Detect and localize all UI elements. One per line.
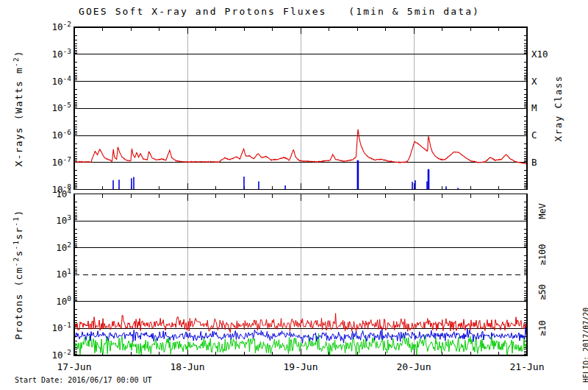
xray-class-labels: X10XMCBXray Class <box>531 49 564 168</box>
x-tick-label: 21-Jun <box>510 361 545 372</box>
proton-energy-label: ≥50 <box>537 284 548 300</box>
x-tick-label: 17-Jun <box>57 361 92 372</box>
xray-class-label: X10 <box>531 49 548 60</box>
proton-energy-label: ≥100 <box>537 244 548 266</box>
day-gridlines <box>187 27 414 355</box>
helio-watermark: HELIO: 2017/07/20 <box>582 308 588 383</box>
y-tick-label: 103 <box>56 213 71 226</box>
y-tick-label: 10-7 <box>51 155 71 168</box>
start-date-label: Start Date: 2016/06/17 00:00 UT <box>15 376 152 384</box>
x-tick-label: 19-Jun <box>284 361 318 372</box>
y-tick-label: 10-6 <box>51 128 71 141</box>
y-tick-label: 100 <box>56 294 71 307</box>
x-tick-label: 18-Jun <box>171 361 205 372</box>
goes-flux-chart-screen: GOES Soft X-ray and Protons Fluxes (1min… <box>0 0 588 390</box>
x-tick-labels: 17-Jun18-Jun19-Jun20-Jun21-Jun <box>57 361 545 372</box>
y-tick-label: 104 <box>56 187 71 199</box>
xray-short-flux-spikes <box>113 160 458 190</box>
xray-axis-title: X-rays (Watts m-2​) <box>12 50 24 166</box>
xray-class-axis-title: Xray Class <box>553 75 564 141</box>
xray-class-label: X <box>531 76 537 87</box>
xray-y-tick-labels: 10-210-310-410-510-610-710-8 <box>51 20 71 195</box>
proton-y-tick-labels: 10410310210110010-110-2 <box>51 187 71 361</box>
xray-class-label: B <box>531 157 537 168</box>
y-tick-label: 10-2 <box>51 20 71 32</box>
proton-unit-label: MeV <box>537 203 548 219</box>
xray-class-label: C <box>531 130 537 141</box>
y-tick-label: 101 <box>56 267 71 280</box>
proton-axis-title: Protons (cm-2​s-1​sr-1​) <box>12 210 24 340</box>
y-tick-label: 10-3 <box>51 47 71 60</box>
y-tick-label: 10-2 <box>51 348 71 361</box>
proton-energy-label: ≥10 <box>537 320 548 336</box>
xray-class-label: M <box>531 102 537 113</box>
y-tick-label: 10-1 <box>51 321 71 333</box>
flux-plot-svg: 10-210-310-410-510-610-710-8104103102101… <box>0 0 588 390</box>
y-tick-label: 10-4 <box>51 74 71 87</box>
y-tick-label: 10-5 <box>51 101 71 113</box>
y-tick-label: 102 <box>56 241 71 253</box>
x-tick-label: 20-Jun <box>397 361 431 372</box>
proton-energy-labels: MeV≥100≥50≥10 <box>537 203 548 336</box>
